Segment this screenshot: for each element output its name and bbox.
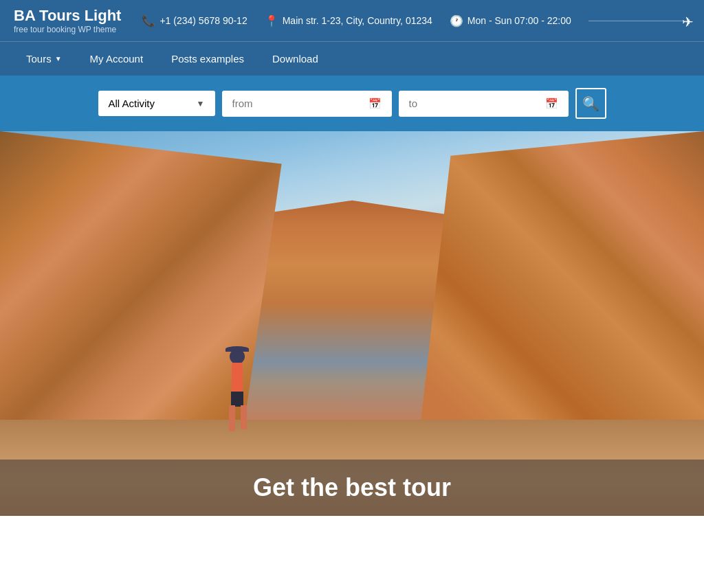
phone-icon: 📞 — [142, 14, 155, 27]
person-head — [230, 349, 245, 364]
chevron-down-icon: ▼ — [55, 55, 62, 63]
calendar-to-icon: 📅 — [545, 98, 558, 110]
header-top: BA Tours Light free tour booking WP them… — [0, 0, 704, 41]
phone-number: +1 (234) 5678 90-12 — [160, 15, 247, 26]
nav-item-download[interactable]: Download — [260, 43, 331, 74]
site-title: BA Tours Light — [14, 7, 121, 25]
nav-item-posts[interactable]: Posts examples — [159, 43, 256, 74]
header-divider-line — [588, 21, 690, 21]
hours-text: Mon - Sun 07:00 - 22:00 — [468, 15, 571, 26]
site-brand: BA Tours Light free tour booking WP them… — [14, 7, 121, 34]
person-figure — [226, 349, 250, 431]
header-contact-group: 📞 +1 (234) 5678 90-12 📍 Main str. 1-23, … — [142, 14, 690, 27]
hero-background — [0, 131, 704, 516]
main-nav: Tours ▼ My Account Posts examples Downlo… — [14, 43, 331, 74]
activity-chevron-icon: ▼ — [197, 99, 205, 109]
hero-canvas — [0, 131, 704, 516]
search-button[interactable]: 🔍 — [575, 88, 606, 119]
search-bar: All Activity ▼ 📅 📅 🔍 — [0, 76, 704, 131]
calendar-from-icon: 📅 — [368, 98, 382, 110]
date-from-input[interactable]: 📅 — [222, 91, 392, 117]
search-icon: 🔍 — [582, 95, 600, 112]
from-field[interactable] — [232, 98, 363, 109]
person-leg-left — [229, 405, 235, 431]
hero-section: Get the best tour — [0, 131, 704, 516]
nav-item-tours[interactable]: Tours ▼ — [14, 43, 74, 74]
location-icon: 📍 — [265, 14, 278, 27]
address-text: Main str. 1-23, City, Country, 01234 — [283, 15, 432, 26]
person-body — [232, 363, 243, 394]
nav-label-download: Download — [272, 53, 318, 65]
nav-label-myaccount: My Account — [90, 53, 144, 65]
hero-title: Get the best tour — [21, 473, 683, 502]
contact-hours: 🕐 Mon - Sun 07:00 - 22:00 — [450, 14, 571, 27]
contact-phone: 📞 +1 (234) 5678 90-12 — [142, 14, 247, 27]
person-shorts — [231, 392, 243, 407]
nav-label-tours: Tours — [26, 53, 52, 65]
site-subtitle: free tour booking WP theme — [14, 25, 121, 34]
nav-bar: Tours ▼ My Account Posts examples Downlo… — [0, 41, 704, 76]
date-to-input[interactable]: 📅 — [399, 91, 569, 117]
to-field[interactable] — [409, 98, 540, 109]
nav-label-posts: Posts examples — [171, 53, 244, 65]
activity-dropdown[interactable]: All Activity ▼ — [98, 91, 215, 116]
nav-item-myaccount[interactable]: My Account — [78, 43, 156, 74]
contact-address: 📍 Main str. 1-23, City, Country, 01234 — [265, 14, 432, 27]
hero-caption: Get the best tour — [0, 460, 704, 516]
person-leg-right — [241, 405, 247, 429]
clock-icon: 🕐 — [450, 14, 463, 27]
activity-label: All Activity — [109, 98, 155, 109]
